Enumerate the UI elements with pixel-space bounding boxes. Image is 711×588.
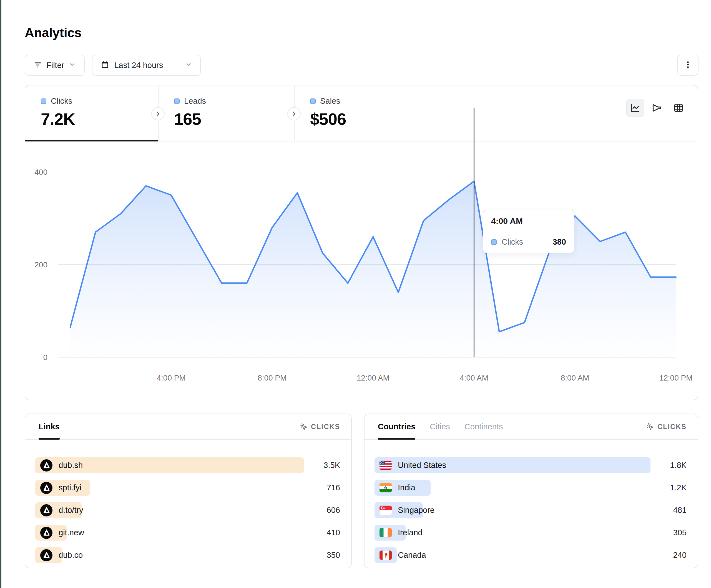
row-label: Singapore [398,506,434,515]
stat-tab-clicks[interactable]: Clicks 7.2K [25,86,158,141]
sales-legend-chip [310,98,316,104]
clicks-legend-chip [41,98,46,104]
svg-text:4:00 AM: 4:00 AM [460,374,488,382]
more-options-button[interactable] [677,55,698,76]
row-label: Canada [398,550,426,560]
table-view-toggle[interactable] [669,99,688,117]
list-item[interactable]: United States 1.8K [374,457,687,473]
list-item[interactable]: d.to/try 606 [35,502,340,518]
countries-panel-header: Countries Cities Continents CLICKS [365,414,698,439]
stat-label: Leads [184,96,206,106]
tab-links[interactable]: Links [39,414,60,439]
svg-text:8:00 AM: 8:00 AM [561,374,589,382]
funnel-icon [34,61,42,70]
row-label: Ireland [398,528,423,537]
cursor-click-icon [646,423,654,431]
tab-cities[interactable]: Cities [430,414,450,439]
row-label: dub.co [59,550,83,560]
flag-india-icon [380,483,392,492]
row-value: 1.8K [650,461,687,470]
bar-track: Ireland [374,525,650,541]
list-item[interactable]: India 1.2K [374,480,687,496]
bar-track: United States [374,457,650,473]
countries-list: United States 1.8K India 1.2K Singapore [365,439,698,563]
chart-tooltip: 4:00 AM Clicks 380 [483,210,575,253]
list-item[interactable]: Singapore 481 [374,502,687,518]
funnel-chart-toggle[interactable] [648,99,666,117]
row-value: 305 [650,528,687,537]
flag-canada-icon [380,550,392,560]
bar-track: Singapore [374,502,650,518]
analytics-chart-card: Clicks 7.2K Leads 165 Sales $506 [25,85,698,400]
svg-text:400: 400 [35,168,47,176]
svg-text:8:00 PM: 8:00 PM [258,374,286,382]
bar-track: India [374,480,650,496]
calendar-icon [101,61,109,70]
next-stat-button[interactable] [151,107,165,120]
list-item[interactable]: dub.co 350 [35,547,340,563]
row-label: United States [398,461,446,470]
dub-logo-icon [40,549,52,561]
clicks-area-chart[interactable]: 02004004:00 PM8:00 PM12:00 AM4:00 AM8:00… [25,141,699,400]
countries-metric-toggle[interactable]: CLICKS [646,423,687,431]
bar-track: d.to/try [35,502,304,518]
links-metric-toggle[interactable]: CLICKS [299,423,340,431]
row-value: 1.2K [650,483,687,492]
stat-label: Clicks [51,96,72,106]
list-item[interactable]: Canada 240 [374,547,687,563]
countries-panel: Countries Cities Continents CLICKS Unite… [364,413,698,568]
grid-table-icon [673,103,684,113]
row-value: 410 [304,528,340,537]
list-item[interactable]: git.new 410 [35,525,340,541]
dub-logo-icon [40,482,52,494]
tooltip-time: 4:00 AM [483,210,574,231]
links-panel-header: Links CLICKS [25,414,351,439]
row-value: 3.5K [304,461,340,470]
list-item[interactable]: Ireland 305 [374,525,687,541]
chart-type-toggle-group [626,99,688,117]
line-chart-icon [630,103,641,113]
kebab-menu-icon [684,60,692,70]
metric-label: CLICKS [311,423,340,431]
stat-value: 165 [174,110,294,129]
links-panel: Links CLICKS dub.sh 3.5K [25,413,352,568]
list-item[interactable]: spti.fyi 716 [35,480,340,496]
date-range-button[interactable]: Last 24 hours [92,55,201,76]
svg-text:12:00 PM: 12:00 PM [659,374,693,382]
chevron-down-icon [69,61,76,69]
row-value: 481 [650,506,687,515]
funnel-chart-icon [652,103,662,113]
flag-us-icon [380,461,392,470]
clicks-legend-chip [491,239,497,245]
analytics-page: Analytics Filter Last 24 hours [1,0,711,568]
bar-track: spti.fyi [35,480,304,496]
svg-text:200: 200 [35,261,47,269]
filter-label: Filter [46,61,64,70]
tab-continents[interactable]: Continents [465,414,503,439]
chevron-down-icon [185,61,192,69]
filter-button[interactable]: Filter [25,55,85,76]
toolbar: Filter Last 24 hours [25,55,698,76]
svg-text:12:00 AM: 12:00 AM [357,374,389,382]
svg-text:4:00 PM: 4:00 PM [156,374,186,382]
stat-label: Sales [320,96,340,106]
tab-countries[interactable]: Countries [378,414,415,439]
bar-track: Canada [374,547,650,563]
dub-logo-icon [40,459,52,472]
row-label: India [398,483,415,492]
metric-label: CLICKS [658,423,687,431]
row-value: 350 [304,550,340,560]
stat-tab-leads[interactable]: Leads 165 [158,86,294,141]
line-chart-toggle[interactable] [626,99,644,117]
bottom-panels: Links CLICKS dub.sh 3.5K [25,413,698,568]
row-value: 606 [304,506,340,515]
dub-logo-icon [40,504,52,516]
dub-logo-icon [40,527,52,539]
chevron-right-icon [290,110,298,117]
next-stat-button[interactable] [287,107,301,120]
bar-track: dub.sh [35,457,304,473]
flag-singapore-icon [380,506,392,515]
row-label: spti.fyi [59,483,81,492]
list-item[interactable]: dub.sh 3.5K [35,457,340,473]
leads-legend-chip [174,98,180,104]
